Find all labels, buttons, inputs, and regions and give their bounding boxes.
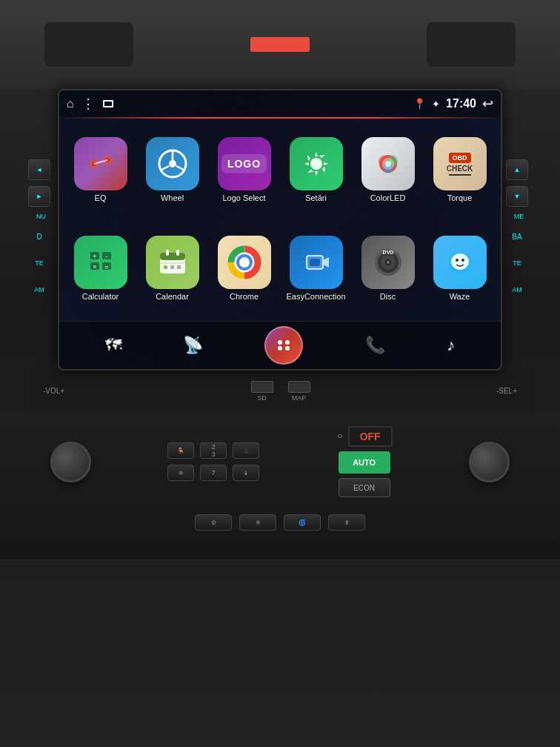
side-btn-right-up[interactable]: ▲	[506, 159, 528, 180]
side-btn-left-2[interactable]: ►	[28, 186, 50, 207]
app-item-easyconn[interactable]: EasyConnection	[282, 222, 350, 316]
app-label-disc: Disc	[380, 292, 396, 301]
ctrl-btn-heat[interactable]: ♨	[233, 442, 259, 459]
svg-point-6	[169, 160, 176, 167]
app-label-easyconn: EasyConnection	[286, 292, 345, 301]
app-icon-setari	[290, 137, 343, 190]
bottom-btn-4[interactable]: ⬆	[328, 514, 365, 531]
app-item-calendar[interactable]: Calendar	[139, 222, 206, 316]
controls-row: -VOL+ SD MAP -SEL+	[28, 371, 532, 411]
app-icon-calculator: + - × =	[74, 236, 127, 289]
econ-button[interactable]: ECON	[339, 478, 390, 497]
app-icon-torque: OBD CHECK	[433, 137, 487, 190]
app-label-setari: Setări	[305, 193, 327, 202]
screen-toggle-icon[interactable]	[103, 100, 113, 107]
app-item-eq[interactable]: EQ	[67, 123, 134, 217]
side-btn-right-te[interactable]: TE	[506, 253, 528, 273]
app-item-colorled[interactable]: ColorLED	[354, 123, 421, 217]
bluetooth-icon: ✦	[432, 99, 440, 110]
auto-button[interactable]: AUTO	[339, 451, 390, 474]
side-btn-right-down[interactable]: ▼	[506, 186, 528, 207]
app-icon-easyconn	[290, 236, 343, 289]
ctrl-btn-seat[interactable]: 🪑	[167, 442, 194, 459]
side-buttons-right: ▲ ▼ ME BA TE AM	[506, 159, 532, 300]
svg-rect-26	[166, 250, 169, 256]
status-right: 📍 ✦ 17:40 ↩	[413, 96, 493, 112]
svg-point-49	[461, 259, 464, 262]
svg-rect-25	[160, 253, 185, 260]
app-item-setari[interactable]: Setări	[282, 123, 350, 217]
svg-text:×: ×	[93, 263, 96, 270]
right-label-me: ME	[506, 213, 532, 220]
app-item-calculator[interactable]: + - × = Calculator	[67, 222, 134, 316]
left-label-nu: NU	[28, 213, 54, 220]
radio-tower-icon: 📡	[183, 336, 203, 355]
svg-text:=: =	[104, 263, 108, 270]
phone-icon: 📞	[365, 336, 385, 355]
menu-dots-icon[interactable]: ⋮	[81, 96, 96, 112]
ctrl-btn-fan[interactable]: ❄	[167, 465, 194, 481]
app-icon-wheel	[146, 137, 199, 190]
ctrl-btn-defrost[interactable]: 🌡	[233, 465, 259, 481]
sd-group: SD	[251, 381, 273, 402]
back-icon[interactable]: ↩	[482, 96, 493, 112]
app-item-waze[interactable]: Waze	[426, 222, 493, 316]
dock-item-music[interactable]: ♪	[447, 336, 455, 355]
svg-rect-27	[176, 250, 179, 256]
svg-point-48	[456, 259, 459, 262]
app-label-chrome: Chrome	[230, 292, 259, 301]
side-btn-left-am[interactable]: AM	[28, 279, 50, 300]
nav-icon: 🗺	[105, 336, 121, 355]
side-btn-left-1[interactable]: ◄	[28, 159, 50, 180]
location-icon: 📍	[413, 98, 426, 110]
screen-wrapper: ◄ ► NU D TE AM ⌂ ⋮ 📍	[28, 89, 532, 371]
app-item-torque[interactable]: OBD CHECK Torque	[426, 123, 493, 217]
sd-label: SD	[257, 394, 267, 402]
svg-point-37	[239, 257, 250, 268]
app-icon-waze	[433, 236, 487, 289]
car-dashboard: ◄ ► NU D TE AM ⌂ ⋮ 📍	[0, 0, 560, 747]
svg-point-53	[285, 346, 290, 351]
svg-point-52	[278, 346, 282, 351]
bottom-dock: 🗺 📡 📞	[59, 321, 501, 369]
svg-point-47	[451, 253, 469, 270]
svg-text:+: +	[93, 253, 96, 260]
app-item-logo-select[interactable]: LOGO Logo Select	[210, 123, 278, 217]
ctrl-btn-2[interactable]: 23	[200, 442, 227, 459]
ctrl-btn-7[interactable]: 7	[200, 465, 227, 481]
map-group: MAP	[288, 381, 310, 402]
status-bar: ⌂ ⋮ 📍 ✦ 17:40 ↩	[59, 90, 501, 117]
app-item-wheel[interactable]: Wheel	[139, 123, 206, 217]
off-display: OFF	[348, 426, 393, 447]
side-btn-right-ba[interactable]: BA	[506, 226, 528, 247]
svg-text:DVD: DVD	[382, 250, 393, 255]
side-btn-left-te[interactable]: TE	[28, 253, 50, 273]
bottom-btn-3[interactable]: 🌀	[284, 514, 321, 531]
sel-label: -SEL+	[496, 387, 517, 395]
left-knob[interactable]	[50, 442, 91, 482]
dock-item-radio[interactable]: 📡	[183, 336, 203, 355]
right-knob[interactable]	[469, 442, 510, 482]
app-item-disc[interactable]: DVD Disc	[354, 222, 421, 316]
svg-point-10	[310, 158, 322, 170]
home-icon[interactable]: ⌂	[67, 97, 74, 110]
svg-text:-: -	[105, 253, 107, 260]
sd-slot	[251, 381, 273, 393]
app-icon-calendar	[146, 236, 199, 289]
app-icon-disc: DVD	[361, 236, 415, 289]
side-btn-right-am[interactable]: AM	[506, 279, 528, 300]
dock-item-phone[interactable]: 📞	[365, 336, 385, 355]
bottom-btn-1[interactable]: ⚙	[195, 514, 232, 531]
side-btn-left-d[interactable]: D	[28, 226, 50, 247]
music-icon: ♪	[447, 336, 455, 355]
svg-point-44	[387, 261, 390, 264]
app-label-eq: EQ	[95, 193, 107, 202]
app-item-chrome[interactable]: Chrome	[210, 222, 278, 316]
bottom-btn-2[interactable]: ❄	[239, 514, 276, 531]
app-label-wheel: Wheel	[161, 193, 184, 202]
dock-center-button[interactable]	[264, 326, 303, 365]
svg-point-51	[285, 340, 290, 345]
bottom-section: 🪑 23 ♨ ❄ 7 🌡 0 OFF AUTO ECON	[0, 411, 560, 560]
dock-item-nav[interactable]: 🗺	[105, 336, 121, 355]
app-label-waze: Waze	[450, 292, 470, 301]
